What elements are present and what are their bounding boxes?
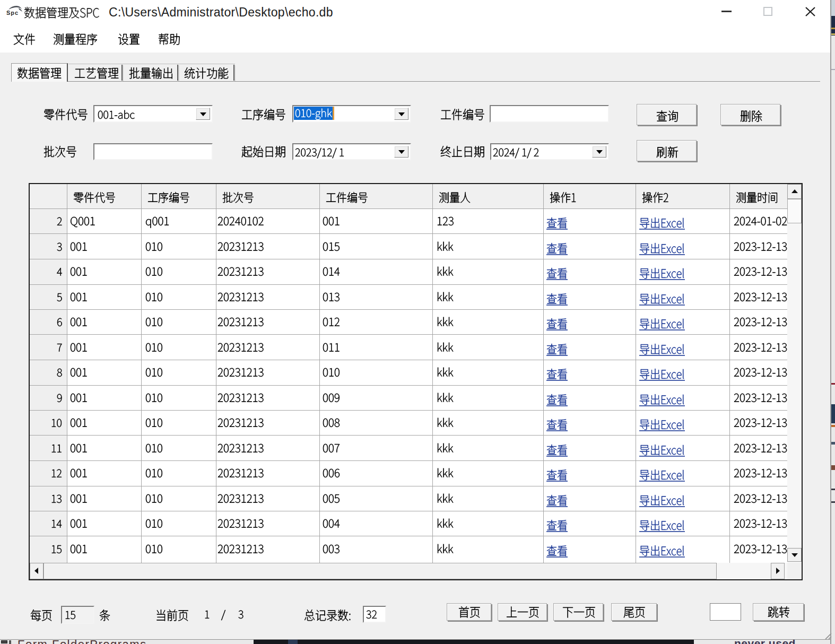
svg-text:Spc: Spc [6,10,18,16]
